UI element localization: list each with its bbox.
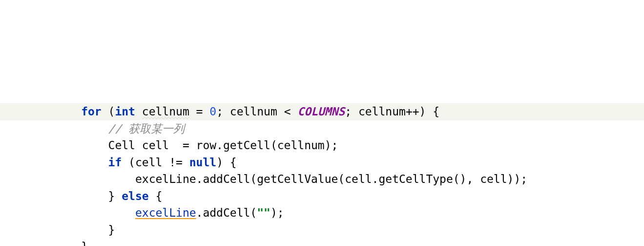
code-line[interactable]: } else {	[0, 188, 644, 205]
code-line[interactable]: if (cell != null) {	[0, 154, 644, 171]
code-token-plain: }	[108, 224, 115, 236]
indent	[0, 156, 108, 169]
indent	[0, 173, 135, 185]
code-token-str: ""	[257, 206, 270, 219]
code-line[interactable]: }	[0, 222, 644, 239]
code-token-num: 0	[209, 105, 216, 118]
code-token-warn-link: excelLine	[135, 206, 196, 219]
code-token-const: COLUMNS	[297, 105, 345, 118]
indent	[0, 190, 108, 202]
code-token-plain: ; cellnum++) {	[345, 105, 439, 118]
code-token-plain: ; cellnum <	[216, 105, 297, 118]
code-token-kw: null	[189, 156, 216, 169]
code-token-plain: }	[81, 240, 88, 246]
code-line[interactable]: // 获取某一列	[0, 120, 644, 137]
code-line[interactable]: excelLine.addCell("");	[0, 204, 644, 222]
code-token-plain: );	[270, 206, 284, 219]
code-token-var-hint: cellnum	[142, 105, 189, 118]
indent	[0, 240, 81, 246]
code-token-plain: (cell !=	[122, 156, 189, 169]
code-line[interactable]: Cell cell = row.getCell(cellnum);	[0, 137, 644, 154]
code-token-plain: =	[189, 105, 210, 118]
code-token-plain: {	[149, 190, 163, 202]
indent	[0, 224, 108, 236]
code-token-kw: for	[81, 105, 102, 118]
indent	[0, 105, 81, 118]
code-editor[interactable]: for (int cellnum = 0; cellnum < COLUMNS;…	[0, 69, 644, 246]
code-token-plain: }	[108, 190, 122, 202]
code-token-plain: ) {	[216, 156, 237, 169]
indent	[0, 139, 108, 152]
code-token-kw: if	[108, 156, 122, 169]
code-token-plain: (	[102, 105, 115, 118]
indent	[0, 122, 108, 135]
code-token-kw: else	[122, 190, 148, 202]
code-token-plain: Cell cell = row.getCell(cellnum);	[108, 139, 338, 152]
code-token-plain: .addCell(	[196, 206, 257, 219]
indent	[0, 206, 135, 219]
code-content[interactable]: for (int cellnum = 0; cellnum < COLUMNS;…	[0, 103, 644, 246]
code-line[interactable]: excelLine.addCell(getCellValue(cell.getC…	[0, 171, 644, 188]
code-token-plain	[135, 105, 142, 118]
code-token-plain: excelLine.addCell(getCellValue(cell.getC…	[135, 173, 527, 185]
code-line[interactable]: }	[0, 238, 644, 246]
code-token-kw: int	[115, 105, 135, 118]
code-line[interactable]: for (int cellnum = 0; cellnum < COLUMNS;…	[0, 103, 644, 120]
code-token-comment: // 获取某一列	[108, 122, 185, 135]
